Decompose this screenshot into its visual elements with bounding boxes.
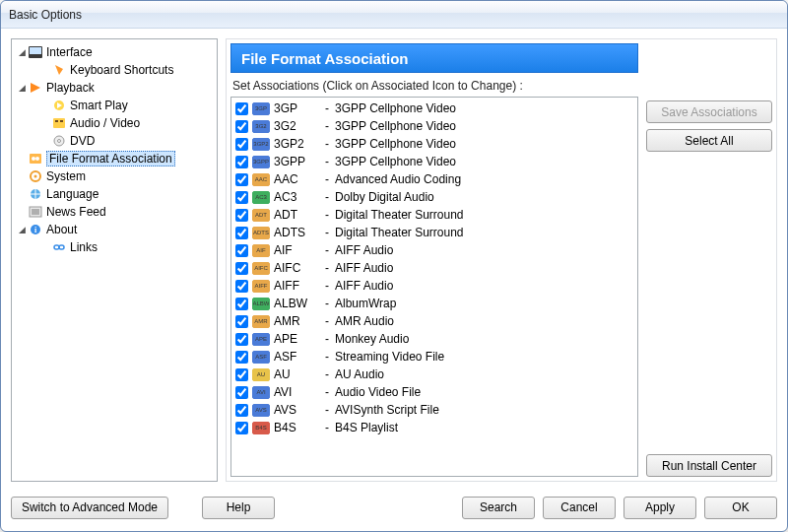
format-checkbox[interactable] — [235, 102, 248, 115]
dash: - — [325, 226, 329, 239]
tree-item-links[interactable]: Links — [14, 238, 215, 256]
format-icon[interactable]: 3GP2 — [252, 138, 270, 151]
dash: - — [325, 190, 329, 204]
format-icon[interactable]: 3G2 — [252, 120, 270, 133]
format-row: AIFAIF-AIFF Audio — [231, 241, 637, 259]
format-checkbox[interactable] — [235, 209, 248, 222]
format-checkbox[interactable] — [235, 280, 248, 293]
format-desc: Digital Theater Surround — [335, 226, 464, 239]
select-all-button[interactable]: Select All — [646, 129, 772, 152]
format-desc: 3GPP Cellphone Video — [335, 101, 456, 115]
dash: - — [325, 172, 329, 186]
format-ext: ADT — [274, 208, 321, 222]
titlebar[interactable]: Basic Options — [1, 1, 787, 29]
tree-item-dvd[interactable]: DVD — [14, 132, 215, 150]
format-icon[interactable]: AVS — [252, 404, 270, 417]
dvd-icon — [51, 134, 67, 148]
tree-item-label: News Feed — [46, 205, 106, 219]
format-checkbox[interactable] — [235, 368, 248, 381]
search-button[interactable]: Search — [462, 497, 535, 519]
format-desc: 3GPP Cellphone Video — [335, 155, 456, 168]
format-ext: AU — [274, 367, 321, 381]
format-icon[interactable]: AMR — [252, 315, 270, 328]
format-list[interactable]: 3GP3GP-3GPP Cellphone Video3G23G2-3GPP C… — [231, 98, 637, 476]
tree-item-about[interactable]: ◢iAbout — [14, 221, 215, 238]
format-checkbox[interactable] — [235, 227, 248, 239]
dash: - — [325, 403, 329, 417]
svg-rect-4 — [55, 120, 58, 122]
language-icon — [28, 187, 43, 201]
nav-tree[interactable]: ◢InterfaceKeyboard Shortcuts◢PlaybackSma… — [11, 38, 218, 482]
format-checkbox[interactable] — [235, 244, 248, 257]
format-row: AIFCAIFC-AIFF Audio — [231, 259, 637, 277]
format-icon[interactable]: ALBW — [252, 298, 270, 310]
main-panel: File Format Association Set Associations… — [226, 38, 777, 482]
tree-item-keyboard-shortcuts[interactable]: Keyboard Shortcuts — [14, 61, 215, 79]
format-checkbox[interactable] — [235, 351, 248, 364]
format-checkbox[interactable] — [235, 333, 248, 346]
expand-arrow-icon[interactable]: ◢ — [16, 83, 28, 93]
format-checkbox[interactable] — [235, 262, 248, 275]
format-ext: AIFF — [274, 279, 321, 293]
format-ext: AIFC — [274, 261, 321, 275]
format-icon[interactable]: AIFF — [252, 280, 270, 293]
format-checkbox[interactable] — [235, 386, 248, 399]
dash: - — [325, 137, 329, 151]
svg-rect-5 — [60, 120, 63, 122]
expand-arrow-icon[interactable]: ◢ — [16, 225, 28, 234]
side-button-column: Save Associations Select All Run Install… — [646, 43, 772, 477]
format-icon[interactable]: ADTS — [252, 227, 270, 239]
format-checkbox[interactable] — [235, 404, 248, 417]
format-icon[interactable]: AC3 — [252, 191, 270, 204]
tree-item-file-format-association[interactable]: File Format Association — [14, 150, 215, 167]
svg-rect-1 — [30, 47, 41, 54]
cancel-button[interactable]: Cancel — [543, 497, 616, 519]
format-desc: AU Audio — [335, 367, 384, 381]
tree-item-news-feed[interactable]: News Feed — [14, 203, 215, 221]
format-row: AVSAVS-AVISynth Script File — [231, 401, 637, 419]
format-icon[interactable]: AAC — [252, 173, 270, 186]
tree-item-label: About — [46, 223, 77, 236]
tree-item-label: Smart Play — [70, 99, 128, 112]
format-icon[interactable]: ASF — [252, 351, 270, 364]
ok-button[interactable]: OK — [704, 497, 777, 519]
tree-item-smart-play[interactable]: Smart Play — [14, 97, 215, 114]
format-ext: ASF — [274, 350, 321, 364]
format-icon[interactable]: 3GP — [252, 102, 270, 115]
format-icon[interactable]: APE — [252, 333, 270, 346]
format-icon[interactable]: AIF — [252, 244, 270, 257]
format-checkbox[interactable] — [235, 156, 248, 168]
format-icon[interactable]: ADT — [252, 209, 270, 222]
dash: - — [325, 421, 329, 434]
bottom-bar: Switch to Advanced Mode Help Search Canc… — [1, 492, 787, 531]
format-checkbox[interactable] — [235, 138, 248, 151]
run-install-center-button[interactable]: Run Install Center — [646, 454, 772, 477]
format-icon[interactable]: B4S — [252, 422, 270, 434]
format-checkbox[interactable] — [235, 422, 248, 434]
format-checkbox[interactable] — [235, 315, 248, 328]
format-checkbox[interactable] — [235, 298, 248, 310]
switch-mode-button[interactable]: Switch to Advanced Mode — [11, 497, 168, 519]
save-associations-button[interactable]: Save Associations — [646, 100, 772, 123]
expand-arrow-icon[interactable]: ◢ — [16, 47, 28, 57]
format-icon[interactable]: AIFC — [252, 262, 270, 275]
help-button[interactable]: Help — [202, 497, 275, 519]
dash: - — [325, 297, 329, 310]
format-checkbox[interactable] — [235, 120, 248, 133]
tree-item-playback[interactable]: ◢Playback — [14, 79, 215, 97]
format-icon[interactable]: AVI — [252, 386, 270, 399]
interface-icon — [28, 45, 43, 59]
format-desc: Digital Theater Surround — [335, 208, 464, 222]
tree-item-interface[interactable]: ◢Interface — [14, 43, 215, 61]
format-icon[interactable]: 3GPP — [252, 156, 270, 168]
format-checkbox[interactable] — [235, 191, 248, 204]
tree-item-language[interactable]: Language — [14, 185, 215, 203]
format-row: ADTSADTS-Digital Theater Surround — [231, 224, 637, 241]
apply-button[interactable]: Apply — [624, 497, 696, 519]
dash: - — [325, 350, 329, 364]
tree-item-audio-video[interactable]: Audio / Video — [14, 114, 215, 132]
format-checkbox[interactable] — [235, 173, 248, 186]
format-icon[interactable]: AU — [252, 368, 270, 381]
playback-icon — [28, 81, 43, 95]
tree-item-system[interactable]: System — [14, 167, 215, 185]
